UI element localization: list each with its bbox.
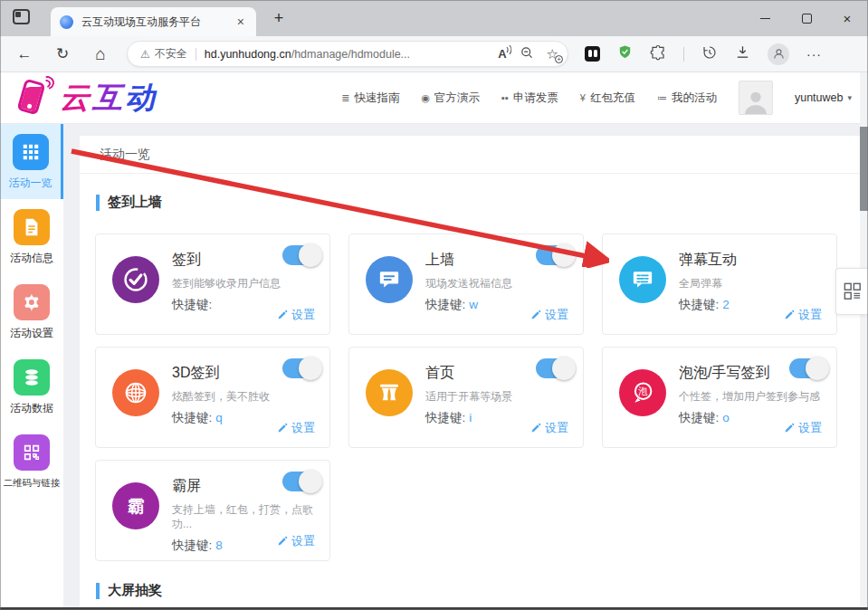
sidebar-item-activity-data[interactable]: 活动数据 <box>0 349 63 424</box>
gear-icon <box>14 284 50 320</box>
globe-icon <box>112 369 159 416</box>
svg-text:泡: 泡 <box>637 386 648 396</box>
url-path: /hdmanage/hdmodule... <box>291 48 410 61</box>
card-toggle[interactable] <box>282 358 320 378</box>
browser-toolbar: ← ↻ ⌂ ⚠ 不安全 hd.yunhudong.cn/hdmanage/hdm… <box>0 36 868 72</box>
card-toggle[interactable] <box>282 245 320 265</box>
card-toggle[interactable] <box>536 358 574 378</box>
tab-workspaces-icon[interactable] <box>13 9 30 24</box>
window-maximize-button[interactable] <box>786 0 827 36</box>
window-close-button[interactable]: × <box>826 0 868 36</box>
section-accent-bar <box>96 583 100 599</box>
grid-icon <box>13 134 49 170</box>
card-toggle[interactable] <box>789 358 827 378</box>
hotkey-value: q <box>215 411 223 424</box>
avatar[interactable] <box>739 81 773 115</box>
address-divider <box>196 48 196 61</box>
sidebar-item-activity-settings[interactable]: 活动设置 <box>0 274 63 349</box>
card-signin: 签到 签到能够收录用户信息 快捷键: 设置 <box>95 234 330 335</box>
card-bubble-signin: 泡 泡泡/手写签到 个性签，增加用户签到参与感 快捷键:o 设置 <box>602 347 837 448</box>
chat-lines-icon <box>619 256 666 303</box>
tab-close-icon[interactable]: × <box>234 14 247 29</box>
page-scrollbar[interactable] <box>860 72 868 607</box>
logo-text: 云互动 <box>60 78 157 119</box>
logo[interactable]: 云互动 <box>13 76 157 119</box>
card-settings-link[interactable]: 设置 <box>277 420 315 436</box>
card-settings-link[interactable]: 设置 <box>784 307 822 323</box>
card-toggle[interactable] <box>282 472 320 491</box>
section-lottery: 大屏抽奖 <box>96 582 860 599</box>
toolbar-divider <box>683 47 684 62</box>
read-aloud-icon[interactable]: A <box>498 47 506 61</box>
card-desc: 签到能够收录用户信息 <box>172 276 324 291</box>
collections-icon <box>844 282 862 300</box>
sidebar-item-activity-info[interactable]: 活动信息 <box>0 199 63 274</box>
back-icon[interactable]: ← <box>13 45 36 63</box>
browser-tab[interactable]: 云互动现场互动服务平台 × <box>51 7 256 36</box>
guide-icon: ≣ <box>341 92 349 104</box>
main-content: 活动一览 签到上墙 签到 签到能够收录用户信息 快捷键: 设置 上墙 现场发送祝… <box>80 136 860 607</box>
card-desc: 支持上墙，红包，打赏，点歌功... <box>172 502 324 531</box>
browser-tab-strip: 云互动现场互动服务平台 × + × <box>0 0 868 36</box>
card-settings-link[interactable]: 设置 <box>530 420 568 436</box>
extensions-puzzle-icon[interactable] <box>650 44 666 64</box>
section-title: 大屏抽奖 <box>108 582 162 599</box>
new-tab-button[interactable]: + <box>268 7 290 29</box>
card-title: 弹幕互动 <box>679 251 824 270</box>
section-accent-bar <box>96 195 100 211</box>
tab-favicon <box>60 15 73 29</box>
history-icon[interactable] <box>701 44 718 64</box>
favorites-star-icon[interactable]: ☆+ <box>547 47 558 61</box>
profile-icon[interactable] <box>768 43 789 65</box>
shield-extension-icon[interactable] <box>617 44 633 63</box>
card-wall: 上墙 现场发送祝福信息 快捷键:w 设置 <box>348 234 584 335</box>
extension-icon[interactable] <box>585 46 600 62</box>
document-icon <box>14 209 50 245</box>
invoice-icon: ▪▪ <box>501 92 509 103</box>
nav-official-demo[interactable]: ◉官方演示 <box>421 91 480 106</box>
sidebar-item-qrcode-links[interactable]: 二维码与链接 <box>0 424 63 498</box>
card-toggle[interactable] <box>536 245 574 265</box>
side-panel-widget-button[interactable] <box>835 268 868 315</box>
not-secure-warning-icon: ⚠ <box>140 48 150 61</box>
database-icon <box>14 359 50 396</box>
refresh-icon[interactable]: ↻ <box>51 44 74 63</box>
scrollbar-thumb[interactable] <box>860 127 868 211</box>
nav-redpacket-recharge[interactable]: ¥红包充值 <box>580 91 635 106</box>
security-label[interactable]: 不安全 <box>155 46 187 62</box>
nav-invoice[interactable]: ▪▪申请发票 <box>501 91 558 106</box>
card-desc: 现场发送祝福信息 <box>425 276 577 291</box>
hotkey-value: w <box>469 298 478 311</box>
zoom-out-icon[interactable] <box>520 45 534 63</box>
svg-text:霸: 霸 <box>128 497 145 516</box>
window-minimize-button[interactable] <box>744 0 786 36</box>
chevron-down-icon: ▾ <box>847 93 852 102</box>
nav-my-activities[interactable]: ≔我的活动 <box>657 91 717 106</box>
card-settings-link[interactable]: 设置 <box>784 420 822 436</box>
browser-menu-icon[interactable]: ··· <box>806 47 822 62</box>
site-header: 云互动 ≣快速指南 ◉官方演示 ▪▪申请发票 ¥红包充值 ≔我的活动 yuntu… <box>0 72 868 124</box>
address-bar[interactable]: ⚠ 不安全 hd.yunhudong.cn/hdmanage/hdmodule.… <box>127 41 568 67</box>
card-screen-takeover: 霸 霸屏 支持上墙，红包，打赏，点歌功... 快捷键:8 设置 <box>95 460 330 561</box>
sidebar-item-activity-overview[interactable]: 活动一览 <box>0 124 63 199</box>
nav-quick-guide[interactable]: ≣快速指南 <box>341 91 399 106</box>
list-icon: ≔ <box>657 92 667 104</box>
card-settings-link[interactable]: 设置 <box>277 533 315 549</box>
card-homepage: 首页 适用于开幕等场景 快捷键:i 设置 <box>348 347 584 448</box>
url-text[interactable]: hd.yunhudong.cn/hdmanage/hdmodule... <box>205 48 410 61</box>
card-danmaku: 弹幕互动 全局弹幕 快捷键:2 设置 <box>602 234 837 335</box>
hotkey-value: i <box>469 411 472 424</box>
card-desc: 适用于开幕等场景 <box>425 389 577 404</box>
username-menu[interactable]: yuntuweb▾ <box>795 91 852 104</box>
chat-bubble-icon <box>366 256 413 303</box>
yen-icon: ¥ <box>580 92 586 103</box>
breadcrumb: 活动一览 <box>80 136 860 174</box>
curtain-icon <box>366 369 413 416</box>
check-circle-icon <box>112 256 159 303</box>
downloads-icon[interactable] <box>735 44 750 63</box>
card-settings-link[interactable]: 设置 <box>530 307 568 323</box>
home-icon[interactable]: ⌂ <box>89 44 112 64</box>
card-settings-link[interactable]: 设置 <box>277 307 315 323</box>
card-desc: 个性签，增加用户签到参与感 <box>679 389 831 404</box>
card-desc: 炫酷签到，美不胜收 <box>172 389 324 404</box>
